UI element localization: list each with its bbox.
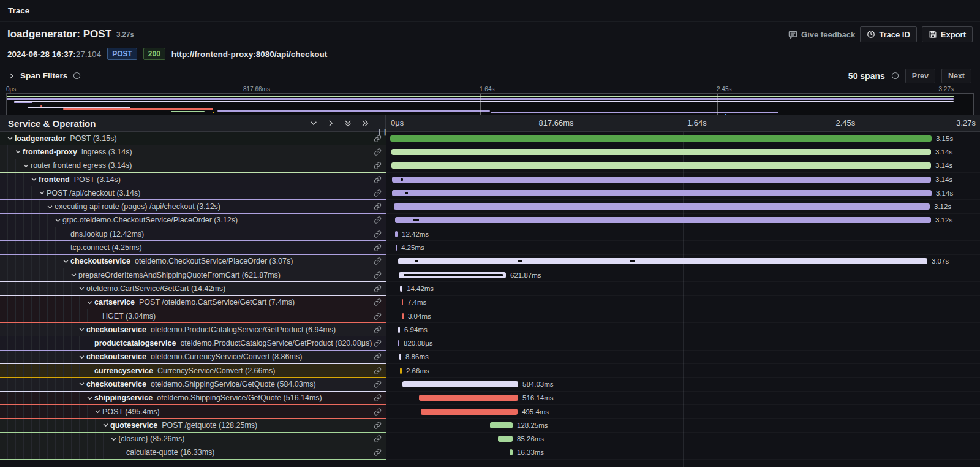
span-bar-cell[interactable]: 3.14s bbox=[386, 145, 980, 159]
span-bar-cell[interactable]: 8.86ms bbox=[386, 351, 980, 364]
span-link-icon[interactable] bbox=[374, 257, 382, 265]
chevron-down-icon[interactable] bbox=[77, 326, 86, 333]
panel-resize-handle[interactable]: ❙❙ bbox=[377, 129, 388, 135]
chevron-down-icon[interactable] bbox=[92, 408, 102, 415]
span-name-cell[interactable]: POST /api/checkout (3.14s) bbox=[0, 186, 386, 200]
chevron-down-icon[interactable] bbox=[45, 203, 55, 210]
chevron-down-icon[interactable] bbox=[77, 354, 86, 360]
chevron-down-icon[interactable] bbox=[108, 436, 118, 442]
span-bar-cell[interactable]: 495.4ms bbox=[386, 405, 980, 419]
chevron-down-icon[interactable] bbox=[21, 162, 31, 169]
span-duration-bar[interactable] bbox=[419, 395, 518, 401]
span-duration-bar[interactable] bbox=[392, 177, 931, 183]
chevron-down-icon[interactable] bbox=[53, 217, 62, 224]
span-duration-bar[interactable] bbox=[402, 299, 403, 305]
span-bar-cell[interactable]: 14.42ms bbox=[386, 282, 980, 295]
span-link-icon[interactable] bbox=[374, 366, 382, 374]
chevron-down-icon[interactable] bbox=[29, 176, 39, 183]
span-duration-bar[interactable] bbox=[400, 286, 402, 292]
span-name-cell[interactable]: loadgeneratorPOST (3.15s) bbox=[0, 132, 386, 145]
chevron-down-icon[interactable] bbox=[77, 381, 86, 387]
span-duration-bar[interactable] bbox=[395, 231, 398, 237]
chevron-down-icon[interactable] bbox=[85, 395, 94, 401]
span-duration-bar[interactable] bbox=[395, 217, 931, 223]
span-link-icon[interactable] bbox=[374, 340, 382, 347]
span-link-icon[interactable] bbox=[374, 394, 382, 402]
trace-id-button[interactable]: Trace ID bbox=[860, 26, 917, 42]
panel-divider[interactable] bbox=[386, 132, 386, 467]
span-bar-cell[interactable]: 3.14s bbox=[386, 173, 980, 186]
span-link-icon[interactable] bbox=[374, 421, 382, 429]
span-duration-bar[interactable] bbox=[498, 436, 513, 442]
span-bar-cell[interactable]: 3.12s bbox=[386, 214, 980, 227]
span-name-cell[interactable]: checkoutserviceoteldemo.ProductCatalogSe… bbox=[0, 323, 386, 336]
span-duration-bar[interactable] bbox=[510, 449, 513, 455]
span-link-icon[interactable] bbox=[374, 380, 382, 388]
info-icon[interactable] bbox=[73, 72, 81, 80]
chevron-down-icon[interactable] bbox=[5, 135, 15, 142]
span-name-cell[interactable]: checkoutserviceoteldemo.CurrencyService/… bbox=[0, 351, 386, 364]
span-duration-bar[interactable] bbox=[421, 409, 518, 415]
chevron-down-icon[interactable] bbox=[69, 271, 78, 278]
span-name-cell[interactable]: {closure} (85.26ms) bbox=[0, 433, 386, 446]
collapse-one-icon[interactable] bbox=[309, 119, 318, 127]
span-bar-cell[interactable]: 2.66ms bbox=[386, 364, 980, 378]
span-name-cell[interactable]: dns.lookup (12.42ms) bbox=[0, 227, 386, 241]
span-duration-bar[interactable] bbox=[402, 381, 518, 387]
span-bar-cell[interactable]: 3.15s bbox=[386, 132, 980, 145]
chevron-down-icon[interactable] bbox=[37, 189, 47, 196]
span-duration-bar[interactable] bbox=[391, 162, 931, 169]
span-bar-cell[interactable]: 16.33ms bbox=[386, 446, 980, 460]
span-link-icon[interactable] bbox=[374, 449, 382, 457]
span-bar-cell[interactable]: 128.25ms bbox=[386, 419, 980, 432]
span-name-cell[interactable]: shippingserviceoteldemo.ShippingService/… bbox=[0, 392, 386, 405]
span-name-cell[interactable]: tcp.connect (4.25ms) bbox=[0, 241, 386, 254]
span-filters-toggle[interactable]: Span Filters bbox=[9, 71, 81, 80]
span-name-cell[interactable]: HGET (3.04ms) bbox=[0, 309, 386, 323]
span-link-icon[interactable] bbox=[374, 134, 382, 142]
span-duration-bar[interactable] bbox=[398, 327, 400, 333]
span-bar-cell[interactable]: 584.03ms bbox=[386, 378, 980, 391]
span-duration-bar[interactable] bbox=[399, 272, 506, 278]
expand-one-icon[interactable] bbox=[326, 119, 335, 127]
next-button[interactable]: Next bbox=[941, 69, 971, 83]
span-duration-bar[interactable] bbox=[399, 354, 401, 360]
span-bar-cell[interactable]: 3.12s bbox=[386, 200, 980, 213]
span-duration-bar[interactable] bbox=[490, 422, 513, 428]
span-bar-cell[interactable]: 12.42ms bbox=[386, 227, 980, 241]
span-duration-bar[interactable] bbox=[396, 245, 397, 251]
span-link-icon[interactable] bbox=[374, 148, 382, 156]
span-name-cell[interactable]: frontend-proxyingress (3.14s) bbox=[0, 145, 386, 159]
span-name-cell[interactable]: checkoutserviceoteldemo.CheckoutService/… bbox=[0, 255, 386, 268]
span-duration-bar[interactable] bbox=[398, 340, 399, 346]
expand-all-icon[interactable] bbox=[361, 119, 369, 127]
span-link-icon[interactable] bbox=[374, 284, 382, 292]
span-bar-cell[interactable]: 3.14s bbox=[386, 186, 980, 200]
span-name-cell[interactable]: productcatalogserviceoteldemo.ProductCat… bbox=[0, 336, 386, 350]
span-name-cell[interactable]: cartservicePOST /oteldemo.CartService/Ge… bbox=[0, 296, 386, 309]
span-duration-bar[interactable] bbox=[398, 258, 927, 264]
give-feedback-link[interactable]: Give feedback bbox=[788, 30, 855, 39]
span-link-icon[interactable] bbox=[374, 216, 382, 224]
span-bar-cell[interactable]: 3.04ms bbox=[386, 309, 980, 323]
span-bar-cell[interactable]: 516.14ms bbox=[386, 392, 980, 405]
span-name-cell[interactable]: executing api route (pages) /api/checkou… bbox=[0, 200, 386, 213]
chevron-down-icon[interactable] bbox=[61, 258, 70, 265]
span-bar-cell[interactable]: 820.08μs bbox=[386, 336, 980, 350]
chevron-down-icon[interactable] bbox=[100, 422, 110, 428]
span-name-cell[interactable]: POST (495.4ms) bbox=[0, 405, 386, 419]
export-button[interactable]: Export bbox=[922, 26, 973, 42]
span-link-icon[interactable] bbox=[374, 175, 382, 183]
span-link-icon[interactable] bbox=[374, 162, 382, 170]
span-link-icon[interactable] bbox=[374, 325, 382, 333]
collapse-all-icon[interactable] bbox=[344, 119, 352, 127]
span-bar-cell[interactable]: 621.87ms bbox=[386, 268, 980, 282]
span-name-cell[interactable]: currencyserviceCurrencyService/Convert (… bbox=[0, 364, 386, 378]
span-duration-bar[interactable] bbox=[394, 203, 930, 210]
span-name-cell[interactable]: grpc.oteldemo.CheckoutService/PlaceOrder… bbox=[0, 214, 386, 227]
span-name-cell[interactable]: prepareOrderItemsAndShippingQuoteFromCar… bbox=[0, 268, 386, 282]
span-bar-cell[interactable]: 85.26ms bbox=[386, 433, 980, 446]
span-name-cell[interactable]: frontendPOST (3.14s) bbox=[0, 173, 386, 186]
span-link-icon[interactable] bbox=[374, 298, 382, 306]
chevron-down-icon[interactable] bbox=[85, 299, 94, 306]
